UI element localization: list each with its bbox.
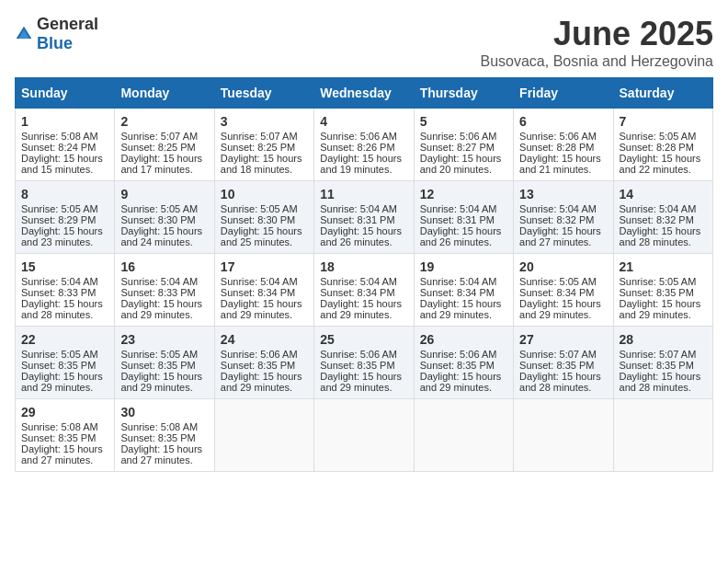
day-info-line: Sunset: 8:35 PM	[120, 432, 208, 443]
calendar-cell: 23Sunrise: 5:05 AMSunset: 8:35 PMDayligh…	[115, 327, 214, 399]
day-info-line: Sunrise: 5:06 AM	[420, 131, 507, 142]
header-day-saturday: Saturday	[613, 78, 712, 109]
calendar-cell: 28Sunrise: 5:07 AMSunset: 8:35 PMDayligh…	[613, 327, 712, 399]
day-info-line: Sunrise: 5:08 AM	[120, 421, 208, 432]
day-info-line: and 29 minutes.	[221, 309, 308, 320]
calendar-cell: 26Sunrise: 5:06 AMSunset: 8:35 PMDayligh…	[414, 327, 513, 399]
day-info-line: Daylight: 15 hours	[519, 298, 607, 309]
day-info-line: and 29 minutes.	[620, 309, 707, 320]
day-info-line: Sunrise: 5:05 AM	[221, 203, 308, 214]
day-info-line: Sunrise: 5:05 AM	[620, 276, 707, 287]
calendar-cell: 14Sunrise: 5:04 AMSunset: 8:32 PMDayligh…	[613, 181, 712, 254]
day-info-line: Sunset: 8:33 PM	[21, 287, 108, 298]
day-info-line: Daylight: 15 hours	[221, 153, 308, 164]
day-info-line: Daylight: 15 hours	[21, 225, 108, 236]
header-day-tuesday: Tuesday	[214, 78, 313, 109]
day-info-line: Daylight: 15 hours	[21, 153, 108, 164]
calendar-cell: 2Sunrise: 5:07 AMSunset: 8:25 PMDaylight…	[115, 109, 214, 181]
day-info-line: Sunrise: 5:05 AM	[21, 203, 108, 214]
day-info-line: Sunset: 8:25 PM	[221, 142, 308, 153]
calendar-cell: 24Sunrise: 5:06 AMSunset: 8:35 PMDayligh…	[214, 327, 313, 399]
day-info-line: Daylight: 15 hours	[620, 298, 707, 309]
day-info-line: Sunrise: 5:05 AM	[620, 131, 707, 142]
day-number: 24	[221, 332, 308, 347]
day-info-line: Daylight: 15 hours	[420, 371, 507, 382]
day-number: 18	[320, 259, 407, 274]
day-info-line: Sunrise: 5:04 AM	[21, 276, 108, 287]
day-number: 12	[420, 187, 507, 201]
header-day-wednesday: Wednesday	[314, 78, 414, 109]
day-info-line: and 29 minutes.	[21, 382, 108, 393]
header-day-sunday: Sunday	[16, 78, 115, 109]
title-section: June 2025 Busovaca, Bosnia and Herzegovi…	[481, 15, 714, 70]
day-number: 6	[519, 114, 607, 129]
day-info-line: and 27 minutes.	[21, 454, 108, 465]
day-info-line: Sunset: 8:29 PM	[21, 214, 108, 225]
day-number: 29	[21, 405, 108, 419]
day-info-line: Sunset: 8:32 PM	[519, 214, 607, 225]
logo-icon	[15, 25, 33, 43]
day-info-line: Daylight: 15 hours	[620, 153, 707, 164]
calendar-cell	[613, 399, 712, 472]
day-info-line: and 28 minutes.	[620, 382, 707, 393]
day-number: 9	[120, 187, 208, 201]
day-info-line: Daylight: 15 hours	[221, 225, 308, 236]
day-info-line: Sunset: 8:34 PM	[420, 287, 507, 298]
day-info-line: and 28 minutes.	[21, 309, 108, 320]
logo: General Blue	[15, 15, 98, 53]
day-info-line: Sunrise: 5:05 AM	[21, 349, 108, 360]
calendar-cell	[514, 399, 613, 472]
day-info-line: Sunset: 8:35 PM	[620, 360, 707, 371]
day-number: 27	[519, 332, 607, 347]
day-info-line: Sunset: 8:35 PM	[21, 360, 108, 371]
day-number: 16	[120, 259, 208, 274]
day-number: 17	[221, 259, 308, 274]
logo-text: General Blue	[37, 15, 98, 53]
day-info-line: and 28 minutes.	[519, 382, 607, 393]
calendar-cell: 19Sunrise: 5:04 AMSunset: 8:34 PMDayligh…	[414, 254, 513, 327]
day-info-line: Sunrise: 5:07 AM	[221, 131, 308, 142]
location-subtitle: Busovaca, Bosnia and Herzegovina	[481, 53, 714, 70]
calendar-cell: 13Sunrise: 5:04 AMSunset: 8:32 PMDayligh…	[514, 181, 613, 254]
day-info-line: and 29 minutes.	[120, 309, 208, 320]
day-info-line: and 25 minutes.	[221, 236, 308, 247]
calendar-cell: 7Sunrise: 5:05 AMSunset: 8:28 PMDaylight…	[613, 109, 712, 181]
day-info-line: Sunset: 8:32 PM	[620, 214, 707, 225]
logo-general: General	[37, 15, 98, 33]
day-number: 5	[420, 114, 507, 129]
day-info-line: Daylight: 15 hours	[120, 153, 208, 164]
day-info-line: Sunset: 8:30 PM	[221, 214, 308, 225]
day-info-line: and 27 minutes.	[120, 454, 208, 465]
day-info-line: Daylight: 15 hours	[519, 153, 607, 164]
header-day-thursday: Thursday	[414, 78, 513, 109]
header-day-friday: Friday	[514, 78, 613, 109]
day-info-line: Daylight: 15 hours	[320, 298, 407, 309]
day-info-line: and 22 minutes.	[620, 164, 707, 175]
day-info-line: and 26 minutes.	[320, 236, 407, 247]
day-number: 10	[221, 187, 308, 201]
day-info-line: Sunrise: 5:04 AM	[221, 276, 308, 287]
day-info-line: Daylight: 15 hours	[620, 371, 707, 382]
header-row: SundayMondayTuesdayWednesdayThursdayFrid…	[16, 78, 713, 109]
day-info-line: Sunset: 8:35 PM	[420, 360, 507, 371]
calendar-cell: 20Sunrise: 5:05 AMSunset: 8:34 PMDayligh…	[514, 254, 613, 327]
day-info-line: Sunrise: 5:06 AM	[519, 131, 607, 142]
day-info-line: and 18 minutes.	[221, 164, 308, 175]
calendar-cell	[314, 399, 414, 472]
day-number: 28	[620, 332, 707, 347]
calendar-cell: 10Sunrise: 5:05 AMSunset: 8:30 PMDayligh…	[214, 181, 313, 254]
page-header: General Blue June 2025 Busovaca, Bosnia …	[15, 15, 713, 70]
day-info-line: and 20 minutes.	[420, 164, 507, 175]
calendar-table: SundayMondayTuesdayWednesdayThursdayFrid…	[15, 77, 713, 472]
day-info-line: and 29 minutes.	[420, 309, 507, 320]
calendar-cell: 1Sunrise: 5:08 AMSunset: 8:24 PMDaylight…	[16, 109, 115, 181]
day-info-line: Sunrise: 5:06 AM	[320, 131, 407, 142]
calendar-cell: 11Sunrise: 5:04 AMSunset: 8:31 PMDayligh…	[314, 181, 414, 254]
calendar-cell: 22Sunrise: 5:05 AMSunset: 8:35 PMDayligh…	[16, 327, 115, 399]
day-number: 19	[420, 259, 507, 274]
day-info-line: and 17 minutes.	[120, 164, 208, 175]
day-number: 1	[21, 114, 108, 129]
day-info-line: Sunrise: 5:08 AM	[21, 131, 108, 142]
day-info-line: Daylight: 15 hours	[420, 298, 507, 309]
day-info-line: Sunset: 8:35 PM	[620, 287, 707, 298]
